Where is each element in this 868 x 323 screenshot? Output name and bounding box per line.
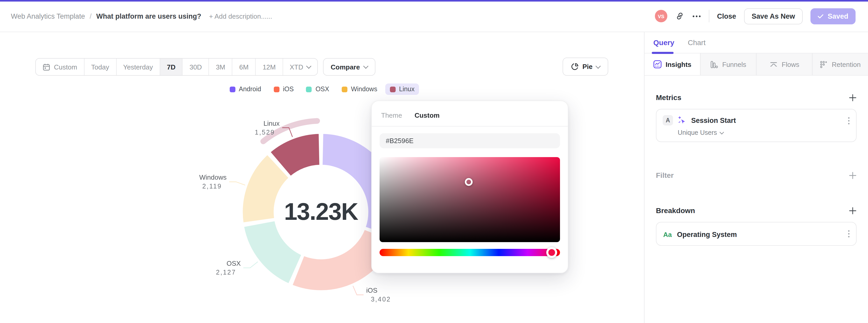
date-range-bar: CustomTodayYesterday7D30D3M6M12MXTD: [35, 58, 318, 76]
toolbar: CustomTodayYesterday7D30D3M6M12MXTD Comp…: [35, 58, 375, 76]
insights-icon: [653, 60, 661, 68]
label-leader-line: [243, 262, 258, 268]
page-title[interactable]: What platform are users using?: [96, 12, 201, 20]
slice-label-name: OSX: [226, 259, 241, 267]
app-window: Web Analytics Template / What platform a…: [0, 0, 868, 323]
metric-card[interactable]: A Session Start Unique Users: [656, 109, 857, 142]
pie-slice-osx[interactable]: [243, 221, 302, 284]
add-metric-button[interactable]: [849, 94, 857, 101]
tab-funnels-label: Funnels: [722, 60, 746, 68]
chevron-down-icon: [719, 130, 724, 134]
slice-label-value: 3,402: [371, 295, 391, 303]
date-range-3m[interactable]: 3M: [209, 59, 232, 75]
date-range-label: Today: [91, 63, 109, 71]
chevron-down-icon: [306, 64, 311, 69]
hue-slider-handle[interactable]: [547, 247, 557, 258]
date-range-label: 12M: [262, 63, 276, 71]
date-range-6m[interactable]: 6M: [232, 59, 256, 75]
breadcrumb-root[interactable]: Web Analytics Template: [11, 12, 85, 20]
slice-label-value: 1,529: [255, 129, 275, 136]
compare-label: Compare: [331, 63, 360, 71]
tab-funnels[interactable]: Funnels: [701, 54, 756, 75]
check-icon: [818, 14, 824, 19]
tab-chart[interactable]: Chart: [688, 38, 706, 47]
slice-label-name: Linux: [264, 120, 279, 127]
label-leader-line: [229, 182, 245, 185]
add-breakdown-button[interactable]: [849, 206, 857, 215]
avatar[interactable]: VS: [655, 10, 667, 22]
aggregation-label: Unique Users: [678, 129, 717, 136]
compare-button[interactable]: Compare: [323, 58, 376, 76]
kebab-menu-icon[interactable]: [848, 230, 850, 238]
metrics-heading: Metrics: [656, 93, 681, 102]
date-range-label: 6M: [239, 63, 249, 71]
filter-section-header: Filter: [656, 171, 857, 180]
date-range-label: 3M: [216, 63, 225, 71]
slice-label-name: iOS: [366, 286, 377, 294]
label-leader-line: [353, 286, 364, 295]
header-divider: [709, 10, 709, 22]
breakdown-card[interactable]: Aa Operating System: [656, 222, 857, 246]
calendar-icon: [42, 63, 50, 71]
date-range-30d[interactable]: 30D: [183, 59, 209, 75]
add-description-link[interactable]: + Add description......: [209, 12, 272, 20]
popup-divider: [372, 126, 568, 127]
date-range-12m[interactable]: 12M: [256, 59, 283, 75]
hue-gradient-bar[interactable]: [379, 249, 560, 256]
saturation-value-area[interactable]: [379, 157, 560, 242]
tab-flows[interactable]: Flows: [756, 54, 812, 75]
color-cursor[interactable]: [465, 178, 473, 186]
top-bar: Web Analytics Template / What platform a…: [0, 0, 868, 32]
aggregation-selector[interactable]: Unique Users: [678, 129, 723, 136]
hex-color-input[interactable]: #B2596E: [379, 133, 560, 148]
hue-handle-dot: [549, 249, 555, 256]
breakdown-name: Operating System: [677, 230, 737, 238]
date-range-label: 30D: [189, 63, 202, 71]
chart-total-value: 13.23K: [269, 197, 373, 226]
date-range-today[interactable]: Today: [85, 59, 116, 75]
date-range-7d[interactable]: 7D: [160, 59, 183, 75]
date-range-label: XTD: [290, 63, 303, 71]
saved-button-label: Saved: [828, 12, 848, 20]
date-range-yesterday[interactable]: Yesterday: [116, 59, 160, 75]
tab-insights[interactable]: Insights: [645, 54, 701, 75]
tab-query[interactable]: Query: [653, 38, 674, 47]
date-range-label: Custom: [54, 63, 77, 71]
saved-button[interactable]: Saved: [810, 8, 856, 24]
text-property-icon: Aa: [663, 230, 672, 238]
flows-icon: [769, 60, 777, 68]
pie-chart-icon: [571, 63, 579, 70]
add-filter-button[interactable]: [849, 171, 857, 179]
more-options-icon[interactable]: [692, 15, 701, 18]
breadcrumb-separator: /: [90, 12, 92, 20]
event-sparkle-icon: [678, 116, 686, 125]
metrics-section-header: Metrics: [656, 93, 857, 102]
close-button[interactable]: Close: [717, 12, 736, 20]
retention-icon: [820, 60, 828, 68]
metric-row: A Session Start: [663, 115, 736, 126]
tab-retention[interactable]: Retention: [812, 54, 868, 75]
slice-label-name: Windows: [199, 173, 226, 181]
tab-theme[interactable]: Theme: [381, 111, 402, 119]
chart-type-button[interactable]: Pie: [563, 58, 608, 76]
tab-custom[interactable]: Custom: [414, 111, 440, 119]
share-link-icon[interactable]: [675, 11, 684, 21]
slice-label-value: 2,119: [202, 183, 222, 190]
panel-tabs: Query Chart: [645, 32, 868, 54]
date-range-label: Yesterday: [123, 63, 153, 71]
tab-insights-label: Insights: [665, 60, 691, 68]
breakdown-row: Aa Operating System: [663, 222, 737, 246]
tab-flows-label: Flows: [782, 60, 799, 68]
color-picker-tabs: Theme Custom: [379, 111, 560, 119]
date-range-xtd[interactable]: XTD: [283, 59, 317, 75]
header-actions: VS Close Save As New Saved: [655, 0, 856, 32]
save-as-new-button[interactable]: Save As New: [744, 8, 803, 24]
color-picker-popup: Theme Custom #B2596E: [371, 101, 568, 273]
query-type-tabs: Insights Funnels: [645, 54, 868, 76]
breadcrumb: Web Analytics Template / What platform a…: [11, 0, 272, 32]
hue-slider[interactable]: [379, 247, 560, 258]
kebab-menu-icon[interactable]: [848, 117, 850, 125]
slice-label-value: 2,127: [216, 268, 236, 276]
date-range-custom[interactable]: Custom: [36, 59, 85, 75]
breakdown-heading: Breakdown: [656, 206, 695, 215]
